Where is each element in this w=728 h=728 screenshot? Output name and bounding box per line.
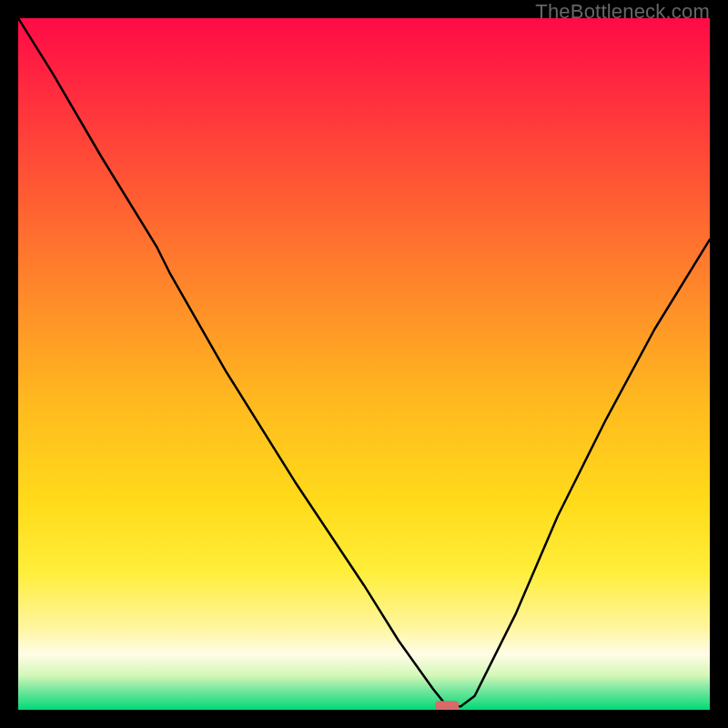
plot-frame — [18, 18, 710, 710]
gradient-background — [18, 18, 710, 710]
bottleneck-chart — [18, 18, 710, 710]
optimal-marker — [435, 701, 459, 710]
svg-rect-0 — [435, 701, 459, 710]
chart-container: TheBottleneck.com — [0, 0, 728, 728]
